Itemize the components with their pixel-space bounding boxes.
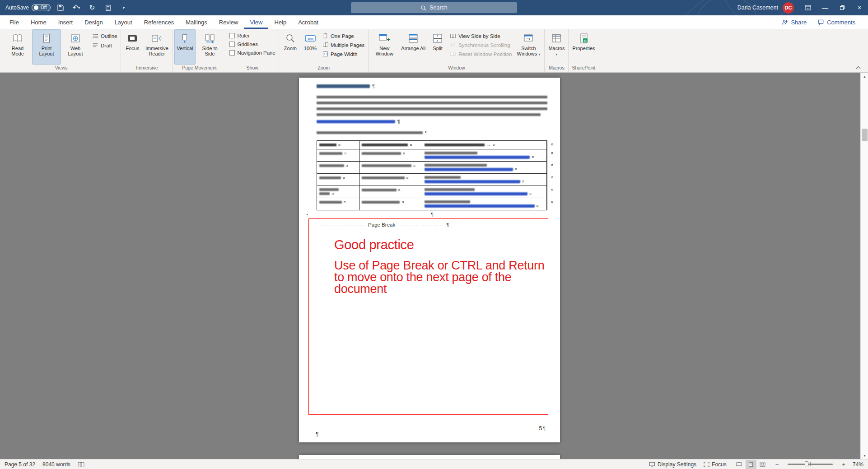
web-layout-view-button[interactable] (757, 460, 768, 469)
footer-paragraph-mark: ¶ (316, 431, 318, 437)
redacted-link[interactable] (425, 168, 513, 171)
view-side-by-side-button[interactable]: View Side by Side (448, 33, 513, 39)
checkbox-icon (229, 42, 235, 47)
tab-file[interactable]: File (4, 15, 25, 29)
vertical-button[interactable]: Vertical (174, 29, 195, 65)
redo-button[interactable]: ↻ (86, 2, 98, 14)
vertical-scrollbar[interactable]: ▲ ▼ (860, 73, 868, 459)
read-mode-view-button[interactable] (734, 460, 745, 469)
tab-home[interactable]: Home (25, 15, 52, 29)
blurred-paragraph (317, 96, 547, 116)
customize-quick-access-button[interactable]: ▾ (118, 2, 130, 14)
redacted-link[interactable] (425, 204, 535, 207)
table-row: ¤¤¤¤ (317, 162, 547, 174)
word-count[interactable]: 8040 words (42, 461, 70, 468)
arrange-all-icon (408, 32, 419, 44)
immersive-reader-button[interactable]: Immersive Reader (142, 29, 171, 65)
cell-end-mark: ¤ (532, 155, 534, 159)
cell-end-mark: ¤ (343, 176, 345, 180)
ruler-checkbox[interactable]: Ruler (229, 33, 276, 39)
focus-button[interactable]: Focus (122, 29, 142, 65)
print-layout-view-button[interactable] (746, 460, 756, 469)
autosave-switch[interactable]: Off (32, 4, 51, 11)
undo-button[interactable]: ↶▾ (70, 2, 82, 14)
scroll-down-icon: ▼ (863, 454, 866, 457)
tab-insert[interactable]: Insert (52, 15, 79, 29)
outline-button[interactable]: Outline (91, 33, 118, 40)
scrollbar-thumb[interactable] (862, 129, 868, 141)
arrange-all-button[interactable]: Arrange All (399, 29, 428, 65)
redacted-link[interactable] (425, 156, 530, 158)
page-indicator[interactable]: Page 5 of 32 (5, 461, 35, 468)
cell-end-mark: ¤ (529, 192, 532, 195)
title-bar: AutoSave Off ↶▾ ↻ ▾ Search Daria Casemen… (0, 0, 868, 15)
quick-print-button[interactable] (102, 2, 114, 14)
close-icon: × (858, 4, 861, 11)
scroll-up-button[interactable]: ▲ (861, 73, 868, 80)
gridlines-checkbox[interactable]: Gridlines (229, 41, 276, 47)
display-settings-button[interactable]: Display Settings (649, 461, 696, 468)
proofing-status-button[interactable] (78, 462, 84, 467)
page-break-dots: ······················· (317, 222, 367, 228)
tab-mailings[interactable]: Mailings (180, 15, 213, 29)
tab-view[interactable]: View (244, 15, 268, 29)
zoom-percent[interactable]: 74% (853, 461, 863, 468)
autosave-toggle[interactable]: AutoSave Off (5, 4, 51, 11)
document-area[interactable]: ¶ ¶ ¶ ¤¤→¤¤¤¤¤¤¤¤¤¤¤¤¤¤¤¤¤¤¤¤¤¤ ▪ ¶ (0, 73, 868, 459)
avatar[interactable]: DC (783, 2, 794, 14)
comments-button[interactable]: Comments (817, 19, 855, 26)
web-layout-button[interactable]: Web Layout (61, 29, 90, 65)
one-page-icon (322, 33, 328, 39)
navigation-pane-checkbox[interactable]: Navigation Pane (229, 50, 276, 56)
search-icon (420, 5, 426, 11)
zoom-slider[interactable] (788, 464, 833, 465)
table-cell: ¤ (359, 174, 422, 186)
search-input[interactable]: Search (351, 2, 517, 13)
ribbon-display-options-button[interactable] (799, 0, 817, 15)
close-button[interactable]: × (851, 0, 868, 15)
page-width-button[interactable]: Page Width (321, 51, 366, 57)
user-name[interactable]: Daria Casement (737, 5, 778, 11)
read-mode-button[interactable]: Read Mode (3, 29, 32, 65)
new-window-button[interactable]: New Window (370, 29, 399, 65)
draft-button[interactable]: Draft (91, 42, 118, 49)
properties-button[interactable]: S Properties (570, 29, 597, 65)
tab-design[interactable]: Design (79, 15, 108, 29)
minimize-button[interactable]: — (817, 0, 834, 15)
tab-layout[interactable]: Layout (109, 15, 138, 29)
redacted-text (362, 164, 411, 167)
restore-button[interactable] (834, 0, 851, 15)
collapse-ribbon-button[interactable] (853, 64, 863, 71)
table-cell: ¤ (317, 141, 359, 149)
cell-end-mark: ¤ (346, 164, 348, 167)
print-layout-button[interactable]: Print Layout (32, 29, 61, 65)
multiple-pages-button[interactable]: Multiple Pages (321, 42, 366, 48)
save-button[interactable] (55, 2, 66, 14)
read-mode-icon (12, 32, 23, 44)
share-button[interactable]: Share (782, 19, 807, 26)
autosave-state: Off (41, 5, 47, 10)
zoom-button[interactable]: Zoom (280, 29, 300, 65)
cell-end-mark: ¤ (344, 200, 346, 204)
zoom-out-button[interactable]: − (775, 461, 779, 468)
switch-windows-button[interactable]: Switch Windows ▾ (514, 29, 543, 65)
cell-end-mark: ¤ (406, 176, 409, 180)
redacted-link[interactable] (317, 120, 395, 123)
zoom-100-button[interactable]: 100 100% (300, 29, 320, 65)
one-page-button[interactable]: One Page (321, 33, 366, 39)
redacted-text (362, 152, 401, 155)
tab-references[interactable]: References (138, 15, 180, 29)
zoom-slider-thumb[interactable] (805, 461, 808, 467)
focus-mode-button[interactable]: Focus (704, 461, 727, 468)
side-to-side-button[interactable]: Side to Side (196, 29, 224, 65)
redacted-link[interactable] (425, 180, 520, 183)
scroll-down-button[interactable]: ▼ (861, 452, 868, 459)
split-button[interactable]: Split (428, 29, 448, 65)
tab-help[interactable]: Help (268, 15, 292, 29)
redacted-link[interactable] (425, 192, 527, 195)
tab-review[interactable]: Review (213, 15, 244, 29)
zoom-in-button[interactable]: + (842, 461, 845, 468)
document-page[interactable]: ¶ ¶ ¶ ¤¤→¤¤¤¤¤¤¤¤¤¤¤¤¤¤¤¤¤¤¤¤¤¤ ▪ ¶ (299, 78, 560, 442)
tab-acrobat[interactable]: Acrobat (292, 15, 324, 29)
macros-button[interactable]: Macros▾ (546, 29, 567, 65)
